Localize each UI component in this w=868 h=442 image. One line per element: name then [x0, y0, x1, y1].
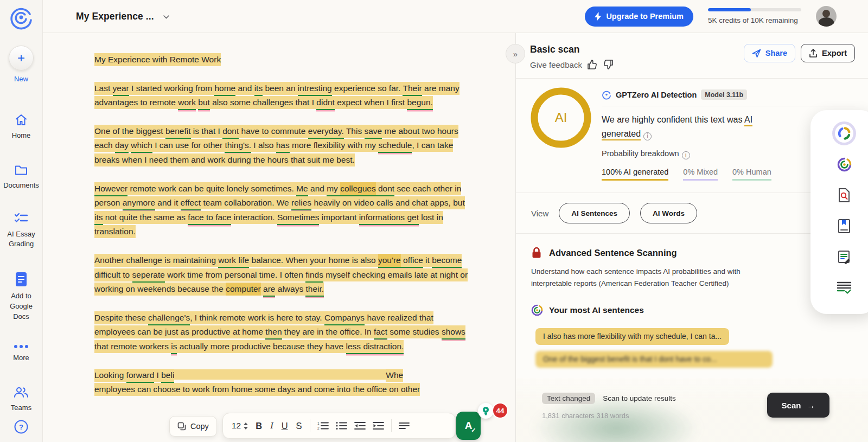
highlighted-text[interactable]: My Experience with Remote Work: [94, 53, 221, 66]
highlighted-text[interactable]: is that I: [191, 125, 223, 138]
misspelled-word[interactable]: schedule: [378, 139, 412, 153]
misspelled-word[interactable]: anymore: [123, 196, 155, 210]
sidebar-item-add-to-google-docs[interactable]: Add to Google Docs: [2, 271, 41, 322]
misspelled-word[interactable]: my: [327, 182, 340, 196]
paragraph[interactable]: Another challenge is maintaining work li…: [94, 253, 471, 297]
misspelled-word[interactable]: work life: [218, 254, 249, 268]
outdent-icon[interactable]: [354, 421, 366, 431]
highlighted-text[interactable]: One of the biggest: [94, 125, 165, 138]
rail-ai-scan-active[interactable]: [832, 121, 856, 145]
misspelled-word[interactable]: begun.: [407, 96, 432, 110]
misspelled-word[interactable]: home: [214, 82, 235, 96]
highlighted-text[interactable]: I started working from: [129, 82, 215, 95]
misspelled-word[interactable]: is: [171, 340, 177, 354]
plus-icon[interactable]: +: [9, 46, 34, 71]
highlighted-text[interactable]: been an: [263, 82, 298, 95]
misspelled-word[interactable]: then: [265, 325, 282, 339]
highlighted-text[interactable]: not quite the same as: [103, 211, 188, 224]
misspelled-word[interactable]: fact: [374, 325, 387, 339]
highlighted-text[interactable]: team collaboration. We: [201, 196, 291, 209]
highlighted-text[interactable]: remote work can be quite lonely sometime…: [127, 182, 296, 195]
sidebar-item-home[interactable]: Home: [2, 113, 41, 141]
paragraph[interactable]: Looking forward I beliWheemployees can c…: [94, 368, 471, 397]
misspelled-word[interactable]: benefit: [165, 125, 191, 139]
misspelled-word[interactable]: Me: [296, 182, 308, 196]
share-button[interactable]: Share: [744, 44, 795, 62]
sidebar-item-new[interactable]: + New: [2, 46, 41, 85]
numbered-list-icon[interactable]: 12: [317, 421, 329, 431]
paragraph[interactable]: However remote work can be quite lonely …: [94, 182, 471, 239]
highlighted-text[interactable]: and: [308, 182, 327, 195]
highlighted-text[interactable]: actually more productive because they ha…: [177, 340, 346, 353]
misspelled-word[interactable]: effect: [181, 196, 201, 210]
highlighted-text[interactable]: I can use for other: [152, 139, 225, 152]
strikethrough-button[interactable]: S: [296, 421, 303, 431]
sidebar-item-ai-essay-grading[interactable]: AI Essay Grading: [2, 212, 41, 250]
paragraph[interactable]: My Experience with Remote Work: [94, 53, 471, 67]
highlighted-text[interactable]: that remote workers: [94, 340, 171, 353]
highlighted-text[interactable]: Whe: [386, 369, 403, 382]
highlighted-text[interactable]: it: [423, 254, 432, 267]
tab-ai-sentences[interactable]: AI Sentences: [559, 203, 630, 223]
misspelled-word[interactable]: Companys: [324, 311, 365, 325]
misspelled-word[interactable]: its: [254, 82, 263, 96]
indent-icon[interactable]: [373, 421, 384, 431]
highlighted-text[interactable]: always: [275, 283, 305, 296]
bold-button[interactable]: B: [255, 421, 263, 431]
document-body[interactable]: My Experience with Remote WorkLast year …: [94, 53, 471, 411]
misspelled-word[interactable]: didnt: [316, 96, 335, 110]
ai-sentence-pill-blurred[interactable]: One of the biggest benefit is that I don…: [535, 351, 773, 368]
misspelled-word[interactable]: but: [198, 96, 210, 110]
ai-sentence-pill[interactable]: I also has more flexibility with my sche…: [535, 328, 729, 345]
highlighted-text[interactable]: I: [154, 369, 161, 382]
grammarly-assistant-button[interactable]: A: [456, 412, 481, 440]
thumbs-up-icon[interactable]: [587, 59, 598, 70]
misspelled-word[interactable]: Their: [403, 82, 422, 96]
highlighted-text[interactable]: important: [319, 211, 359, 224]
highlighted-text[interactable]: experience so far.: [332, 82, 403, 95]
misspelled-word[interactable]: save: [365, 125, 382, 139]
misspelled-word[interactable]: forward: [126, 369, 155, 383]
tab-ai-words[interactable]: AI Words: [640, 203, 697, 223]
document-title[interactable]: My Experience ...: [76, 11, 154, 22]
rail-grammar-check-icon[interactable]: [832, 276, 856, 300]
highlighted-text[interactable]: , I think remote work is here to stay.: [190, 311, 324, 324]
misspelled-word[interactable]: are: [263, 283, 275, 297]
export-button[interactable]: Export: [801, 44, 855, 62]
rail-writing-feedback-icon[interactable]: [832, 245, 856, 269]
highlighted-text[interactable]: more flexibility with my: [290, 139, 379, 152]
misspelled-word[interactable]: their.: [305, 283, 324, 297]
highlighted-text[interactable]: also some challenges that I: [210, 96, 316, 109]
stepper-arrows-icon[interactable]: [244, 422, 248, 430]
misspelled-word[interactable]: year: [113, 82, 129, 96]
misspelled-word[interactable]: collegues: [340, 182, 376, 196]
misspelled-word[interactable]: However: [94, 182, 127, 196]
highlighted-text[interactable]: work time from personal time. I often: [165, 268, 305, 281]
highlighted-text[interactable]: have to commute: [239, 125, 308, 138]
misspelled-word[interactable]: dont: [376, 182, 394, 196]
highlighted-text[interactable]: I also: [251, 139, 276, 152]
rail-swirl-scan-icon[interactable]: [832, 152, 856, 176]
misspelled-word[interactable]: everyday.: [308, 125, 344, 139]
misspelled-word[interactable]: face to face: [188, 211, 231, 225]
highlighted-text[interactable]: This: [344, 125, 365, 138]
collapse-panel-button[interactable]: »: [506, 44, 525, 63]
suggestions-count-badge[interactable]: 44: [492, 402, 508, 419]
misspelled-word[interactable]: become: [432, 254, 462, 268]
highlighted-text[interactable]: employees can choose to work from home s…: [94, 383, 420, 396]
misspelled-word[interactable]: finds: [305, 268, 323, 283]
misspelled-word[interactable]: relies: [291, 196, 311, 210]
highlighted-text[interactable]: Another challenge is maintaining: [94, 254, 218, 267]
misspelled-word[interactable]: you're: [378, 254, 401, 268]
misspelled-word[interactable]: beli: [161, 369, 174, 383]
misspelled-word[interactable]: seperate: [132, 268, 165, 283]
highlighted-text[interactable]: balance. When your home is also: [249, 254, 378, 267]
align-icon[interactable]: [399, 422, 410, 430]
help-icon[interactable]: ?: [14, 419, 29, 434]
sidebar-item-more[interactable]: More: [2, 344, 41, 363]
misspelled-word[interactable]: informations get: [359, 211, 419, 225]
highlighted-text[interactable]: some studies: [387, 325, 442, 338]
copy-button[interactable]: Copy: [169, 416, 217, 437]
scan-button[interactable]: Scan →: [767, 393, 829, 418]
info-icon[interactable]: i: [682, 151, 690, 159]
